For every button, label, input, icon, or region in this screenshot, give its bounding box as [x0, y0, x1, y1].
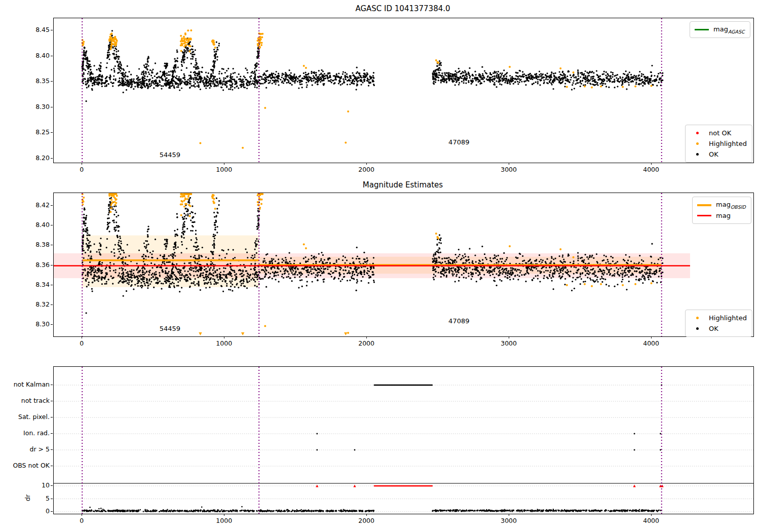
y-tickmark: [51, 401, 53, 401]
y-tick-label: 8.25: [0, 128, 50, 136]
x-tickmark: [651, 514, 652, 516]
legend-row: OK: [690, 323, 747, 334]
y-tick-label: 8.35: [0, 77, 50, 85]
y-tick-label: 8.40: [0, 52, 50, 59]
y-tick-label: 8.45: [0, 26, 50, 33]
x-tick-label: 4000: [643, 339, 659, 347]
figure: AGASC ID 1041377384.0 Magnitude Estimate…: [0, 0, 760, 532]
x-tickmark: [224, 514, 224, 516]
x-tick-label: 3000: [501, 166, 517, 173]
flag-category-label: not track: [0, 397, 50, 404]
y-tickmark: [51, 265, 53, 265]
orange-dot-swatch-icon: [690, 317, 705, 319]
x-tickmark: [224, 336, 224, 338]
green-line-swatch-icon: [694, 29, 709, 30]
x-tick-label: 2000: [358, 339, 374, 347]
y-tickmark: [51, 305, 53, 305]
orange-line-swatch-icon: [697, 204, 712, 206]
legend-mag-lines: magOBSID mag: [692, 197, 751, 224]
y-tick-label: 8.40: [0, 221, 50, 229]
legend-row: OK: [690, 149, 747, 160]
y-tickmark: [51, 499, 53, 499]
y-tickmark: [51, 225, 53, 225]
black-dot-swatch-icon: [690, 153, 705, 156]
flag-category-label: dr > 5: [0, 445, 50, 453]
x-tickmark: [82, 163, 82, 165]
flag-category-label: not Kalman: [0, 381, 50, 388]
x-tick-label: 4000: [643, 517, 659, 524]
dr-tick-label: 0: [0, 507, 50, 515]
y-tickmark: [51, 107, 53, 107]
x-tick-label: 0: [80, 517, 84, 524]
y-tickmark: [51, 158, 53, 159]
x-tickmark: [651, 336, 652, 338]
flag-category-label: Ion. rad.: [0, 429, 50, 437]
x-tickmark: [651, 163, 652, 165]
mag-vs-time-panel: [53, 18, 754, 163]
x-tickmark: [509, 336, 509, 338]
y-tick-label: 8.36: [0, 261, 50, 269]
legend-label: OK: [709, 325, 718, 332]
dr-tick-label: 5: [0, 495, 50, 502]
legend-row: magOBSID: [697, 200, 746, 210]
x-tick-label: 1000: [216, 166, 232, 173]
black-dot-swatch-icon: [690, 327, 705, 330]
legend-label: not OK: [709, 129, 731, 137]
legend-point-classes-middle: Highlighted OK: [685, 310, 752, 337]
flag-category-label: Sat. pixel.: [0, 413, 50, 421]
legend-label: OK: [709, 150, 718, 158]
legend-label: Highlighted: [709, 140, 747, 147]
y-tickmark: [51, 324, 53, 325]
magnitude-estimates-plot: [54, 193, 753, 336]
obsid-label: 54459: [160, 325, 180, 332]
legend-row: mag: [697, 210, 746, 221]
x-tick-label: 2000: [358, 517, 374, 524]
y-tick-label: 8.38: [0, 241, 50, 248]
y-tick-label: 8.30: [0, 103, 50, 110]
y-tickmark: [51, 245, 53, 245]
y-tickmark: [51, 56, 53, 56]
x-tick-label: 1000: [216, 517, 232, 524]
y-tickmark: [51, 285, 53, 285]
dr-tick-label: 10: [0, 481, 50, 489]
y-tick-label: 8.20: [0, 154, 50, 162]
legend-label: Highlighted: [709, 314, 747, 322]
y-tickmark: [51, 132, 53, 133]
x-tick-label: 3000: [501, 517, 517, 524]
obsid-label: 47089: [448, 138, 469, 145]
top-panel-title: AGASC ID 1041377384.0: [355, 4, 450, 13]
x-tickmark: [224, 163, 224, 165]
x-tickmark: [366, 514, 367, 516]
y-tickmark: [51, 466, 53, 466]
legend-label: mag: [716, 212, 731, 219]
x-tickmark: [82, 514, 82, 516]
orange-dot-swatch-icon: [690, 142, 705, 145]
legend-point-classes-top: not OK Highlighted OK: [685, 125, 752, 163]
y-tick-label: 8.30: [0, 320, 50, 328]
x-tick-label: 2000: [358, 166, 374, 173]
x-tickmark: [366, 163, 367, 165]
mag-vs-time-plot: [54, 18, 753, 163]
x-tick-label: 0: [80, 166, 84, 173]
flags-dr-panel: [53, 366, 754, 514]
y-tickmark: [51, 511, 53, 512]
y-tickmark: [51, 81, 53, 82]
flag-category-label: OBS not OK: [0, 462, 50, 469]
x-tickmark: [82, 336, 82, 338]
x-tickmark: [509, 514, 509, 516]
legend-row: Highlighted: [690, 138, 747, 149]
y-tickmark: [51, 433, 53, 434]
x-tickmark: [366, 336, 367, 338]
red-line-swatch-icon: [697, 215, 712, 216]
legend-label: magAGASC: [713, 25, 745, 34]
legend-mag-agasc: magAGASC: [690, 21, 750, 38]
legend-row: magAGASC: [694, 24, 745, 35]
y-tick-label: 8.32: [0, 300, 50, 308]
x-tickmark: [509, 163, 509, 165]
x-tick-label: 0: [80, 339, 84, 347]
y-tick-label: 8.42: [0, 201, 50, 209]
obsid-label: 47089: [448, 317, 469, 324]
y-tickmark: [51, 449, 53, 450]
legend-label: magOBSID: [716, 201, 746, 210]
x-tick-label: 3000: [501, 339, 517, 347]
